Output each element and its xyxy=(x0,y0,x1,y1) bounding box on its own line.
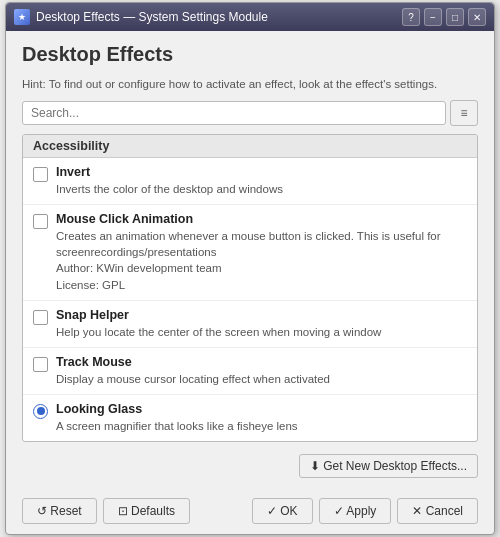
effect-item-mouse-click[interactable]: Mouse Click Animation Creates an animati… xyxy=(23,205,477,300)
close-button[interactable]: ✕ xyxy=(468,8,486,26)
app-icon: ★ xyxy=(14,9,30,25)
snap-helper-checkbox-wrap[interactable] xyxy=(33,310,48,325)
get-new-button[interactable]: ⬇ Get New Desktop Effects... xyxy=(299,454,478,478)
invert-checkbox-wrap[interactable] xyxy=(33,167,48,182)
hint-text: Hint: To find out or configure how to ac… xyxy=(22,76,478,92)
main-content: Desktop Effects Hint: To find out or con… xyxy=(6,31,494,492)
effect-item-track-mouse[interactable]: Track Mouse Display a mouse cursor locat… xyxy=(23,348,477,395)
looking-glass-name: Looking Glass xyxy=(56,402,467,416)
track-mouse-checkbox-wrap[interactable] xyxy=(33,357,48,372)
looking-glass-info: Looking Glass A screen magnifier that lo… xyxy=(56,402,467,434)
minimize-button[interactable]: − xyxy=(424,8,442,26)
titlebar-left: ★ Desktop Effects — System Settings Modu… xyxy=(14,9,268,25)
invert-name: Invert xyxy=(56,165,467,179)
snap-helper-desc: Help you locate the center of the screen… xyxy=(56,324,467,340)
bottom-right-buttons: ✓ OK ✓ Apply ✕ Cancel xyxy=(252,498,478,524)
filter-icon: ≡ xyxy=(460,106,467,120)
invert-checkbox[interactable] xyxy=(33,167,48,182)
category-header: Accessibility xyxy=(23,135,477,158)
cancel-button[interactable]: ✕ Cancel xyxy=(397,498,478,524)
get-new-row: ⬇ Get New Desktop Effects... xyxy=(22,450,478,480)
desktop-effects-window: ★ Desktop Effects — System Settings Modu… xyxy=(5,2,495,535)
track-mouse-desc: Display a mouse cursor locating effect w… xyxy=(56,371,467,387)
apply-button[interactable]: ✓ Apply xyxy=(319,498,392,524)
looking-glass-desc: A screen magnifier that looks like a fis… xyxy=(56,418,467,434)
filter-button[interactable]: ≡ xyxy=(450,100,478,126)
defaults-button[interactable]: ⊡ Defaults xyxy=(103,498,190,524)
reset-button[interactable]: ↺ Reset xyxy=(22,498,97,524)
titlebar-buttons: ? − □ ✕ xyxy=(402,8,486,26)
snap-helper-info: Snap Helper Help you locate the center o… xyxy=(56,308,467,340)
track-mouse-name: Track Mouse xyxy=(56,355,467,369)
titlebar: ★ Desktop Effects — System Settings Modu… xyxy=(6,3,494,31)
help-button[interactable]: ? xyxy=(402,8,420,26)
effect-item-invert[interactable]: Invert Inverts the color of the desktop … xyxy=(23,158,477,205)
mouse-click-checkbox-wrap[interactable] xyxy=(33,214,48,229)
search-input[interactable] xyxy=(22,101,446,125)
maximize-button[interactable]: □ xyxy=(446,8,464,26)
track-mouse-info: Track Mouse Display a mouse cursor locat… xyxy=(56,355,467,387)
mouse-click-info: Mouse Click Animation Creates an animati… xyxy=(56,212,467,292)
invert-info: Invert Inverts the color of the desktop … xyxy=(56,165,467,197)
invert-desc: Inverts the color of the desktop and win… xyxy=(56,181,467,197)
effects-list-container: Accessibility Invert Inverts the color o… xyxy=(22,134,478,442)
looking-glass-radio[interactable] xyxy=(33,404,48,419)
mouse-click-desc: Creates an animation whenever a mouse bu… xyxy=(56,228,467,292)
effect-item-snap-helper[interactable]: Snap Helper Help you locate the center o… xyxy=(23,301,477,348)
page-title: Desktop Effects xyxy=(22,43,478,66)
bottom-left-buttons: ↺ Reset ⊡ Defaults xyxy=(22,498,190,524)
search-row: ≡ xyxy=(22,100,478,126)
effect-item-looking-glass[interactable]: Looking Glass A screen magnifier that lo… xyxy=(23,395,477,441)
window-title: Desktop Effects — System Settings Module xyxy=(36,10,268,24)
snap-helper-checkbox[interactable] xyxy=(33,310,48,325)
effects-scroll[interactable]: Invert Inverts the color of the desktop … xyxy=(23,158,477,441)
mouse-click-checkbox[interactable] xyxy=(33,214,48,229)
bottom-buttons: ↺ Reset ⊡ Defaults ✓ OK ✓ Apply ✕ Cancel xyxy=(6,492,494,534)
mouse-click-name: Mouse Click Animation xyxy=(56,212,467,226)
ok-button[interactable]: ✓ OK xyxy=(252,498,313,524)
snap-helper-name: Snap Helper xyxy=(56,308,467,322)
track-mouse-checkbox[interactable] xyxy=(33,357,48,372)
